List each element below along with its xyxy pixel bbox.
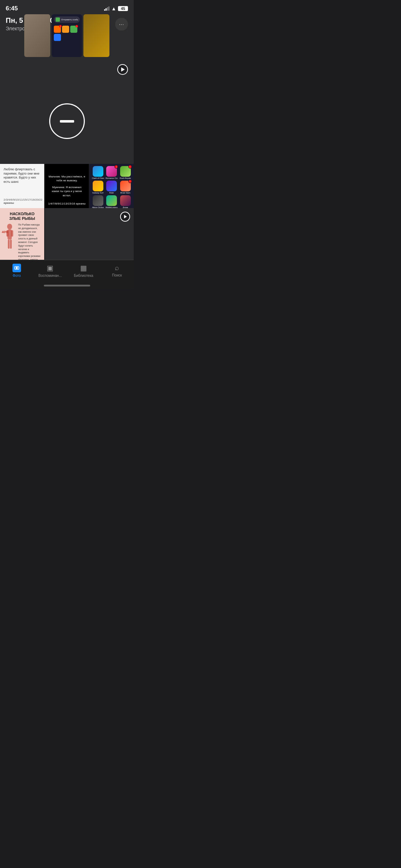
status-icons: ▲ 45 xyxy=(104,6,128,11)
app-grid-item[interactable]: Clash of Clans xyxy=(92,166,104,179)
play-triangle-right xyxy=(124,215,127,218)
more-button[interactable]: ··· xyxy=(115,18,128,31)
badge-rush: 1 xyxy=(128,165,132,169)
app-grid-item[interactable]: MobileLegend... xyxy=(106,195,118,208)
minus-line xyxy=(60,120,74,123)
badge-brawl: 1 xyxy=(128,180,132,183)
tab-foto-label: Фото xyxy=(12,274,21,278)
app-icon-romance: 1 xyxy=(106,166,117,177)
cell1-text: Люблю флиртовать с парнями, будто они мн… xyxy=(4,167,41,184)
cell2-line2: Мужчина: Я вспомнил какая ты сука и у ме… xyxy=(48,185,86,197)
tab-search[interactable]: ⌕ Поиск xyxy=(100,264,134,277)
left-stack: НАСКОЛЬКО ЗЛЫЕ РЫБЫ 40% xyxy=(0,208,44,260)
memories-icon: ▣ xyxy=(47,264,53,272)
tab-search-label: Поиск xyxy=(112,273,122,277)
app-icon-clash xyxy=(93,166,103,177)
notification-row: Отправить сообщение Магомед... xyxy=(54,16,80,23)
cell2-line1: Мальчик: Мы расстаёмся, я тебя не вывожу… xyxy=(48,175,86,182)
signal-icon xyxy=(104,6,109,11)
search-icon: ⌕ xyxy=(115,264,119,272)
play-button-top[interactable] xyxy=(117,64,128,75)
photo-grid: Люблю флиртовать с парнями, будто они мн… xyxy=(0,164,134,208)
app-name-rush: Rush Royale xyxy=(120,177,131,179)
home-indicator xyxy=(44,285,90,286)
app-grid-item[interactable]: 1 Rush Royale xyxy=(119,166,132,179)
fish-card-title: НАСКОЛЬКО ЗЛЫЕ РЫБЫ xyxy=(4,212,41,221)
tab-foto[interactable]: Фото xyxy=(0,264,34,278)
app-name-subway: Subway Surf xyxy=(92,192,103,194)
app-grid-item[interactable]: Rider xyxy=(106,181,118,194)
body-figure-fish: 40% xyxy=(4,223,16,252)
app-icon-subway xyxy=(93,181,103,191)
app-name-romance: Romance Club xyxy=(106,177,118,179)
play-triangle-icon xyxy=(121,67,125,72)
second-grid: НАСКОЛЬКО ЗЛЫЕ РЫБЫ 40% xyxy=(0,208,134,260)
app-name-brawl: Brawl Stars xyxy=(120,192,130,194)
app-icon-sm: 1 xyxy=(54,26,61,33)
cell1-footer: 2/3/4/6/9/10/11/15/17/19/20/22 арканы xyxy=(4,198,41,205)
fish-percent: 40% xyxy=(2,230,8,234)
app-icon-sm: 1 xyxy=(70,26,77,33)
status-bar: 6:45 ▲ 45 xyxy=(0,0,134,14)
photo-thumb-3[interactable] xyxy=(83,14,109,57)
fish-desc: По Рыбам никогда не догадаешься, как име… xyxy=(18,223,41,260)
play-button-right[interactable] xyxy=(120,212,130,222)
svg-point-12 xyxy=(16,267,18,269)
app-icon-sm xyxy=(54,34,61,41)
tab-library-label: Библиотека xyxy=(74,274,93,278)
svg-rect-4 xyxy=(8,239,10,249)
badge-romance: 1 xyxy=(114,165,118,169)
wifi-icon: ▲ xyxy=(111,6,116,11)
app-grid-item[interactable]: Subway Surf xyxy=(92,181,104,194)
app-grid-item[interactable]: 1 Brawl Stars xyxy=(119,181,132,194)
svg-point-0 xyxy=(7,224,12,229)
top-photo-strip: Отправить сообщение Магомед... 1 1 xyxy=(24,14,110,57)
app-name-rider: Rider xyxy=(109,192,114,194)
app-name-clash: Clash of Clans xyxy=(92,177,104,179)
app-grid-item[interactable]: 1 Romance Club xyxy=(106,166,118,179)
photo-thumb-2[interactable]: Отправить сообщение Магомед... 1 1 xyxy=(52,14,82,57)
app-icon-rider xyxy=(106,181,117,191)
app-grid-item[interactable]: Albion Online xyxy=(92,195,104,208)
tab-memories-label: Воспоминан... xyxy=(38,274,62,278)
photo-tab-icon xyxy=(12,264,21,272)
main-scroll: Пн, 5 июня 2023 г. Электросталь Отправит… xyxy=(0,0,134,260)
notif-text: Отправить сообщение Магомед... xyxy=(61,19,78,21)
fish-card-content: 40% По Рыбам никогда не догадаешься, как… xyxy=(4,223,41,260)
grid-cell-3[interactable]: Clash of Clans 1 Romance Club 1 Rush Roy… xyxy=(89,164,134,208)
app-icon-brawl: 1 xyxy=(120,181,131,191)
app-icon-sm xyxy=(62,26,69,33)
right-dark-section xyxy=(45,208,134,260)
photo-thumb-1[interactable] xyxy=(24,14,50,57)
photo-icon-svg xyxy=(14,265,19,270)
svg-rect-3 xyxy=(11,230,13,237)
grid-cell-1[interactable]: Люблю флиртовать с парнями, будто они мн… xyxy=(0,164,44,208)
app-icon-albion xyxy=(93,195,103,206)
library-icon: ▦ xyxy=(80,264,87,272)
body-svg-fish xyxy=(4,223,16,252)
app-icon-rush: 1 xyxy=(120,166,131,177)
app-grid-item[interactable]: Дурак xyxy=(119,195,132,208)
app-icon-durak xyxy=(120,195,131,206)
tab-library[interactable]: ▦ Библиотека xyxy=(67,264,101,278)
app-icon-mobile xyxy=(106,195,117,206)
grid-cell-2[interactable]: Мальчик: Мы расстаёмся, я тебя не вывожу… xyxy=(45,164,89,208)
battery-indicator: 45 xyxy=(118,6,128,11)
fish-card[interactable]: НАСКОЛЬКО ЗЛЫЕ РЫБЫ 40% xyxy=(0,208,44,260)
tab-memories[interactable]: ▣ Воспоминан... xyxy=(34,264,67,278)
circle-section xyxy=(0,78,134,164)
status-time: 6:45 xyxy=(6,5,18,12)
minus-circle-icon xyxy=(49,103,85,139)
cell2-footer: 1/4/7/8/9/11/13/15/16 арканы xyxy=(45,202,89,205)
svg-rect-5 xyxy=(10,239,12,249)
